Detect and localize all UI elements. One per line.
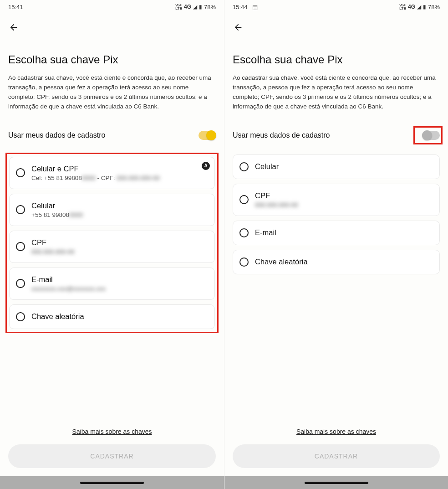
toggle-label: Usar meus dados de cadastro [233, 131, 330, 139]
radio-icon [16, 205, 25, 214]
option-subtitle: Cel: +55 81 998080000 - CPF: 000.000.000… [31, 175, 208, 181]
option-subtitle: +55 81 998080000 [31, 211, 208, 218]
option-title: Celular [255, 162, 433, 171]
status-time: 15:41 [8, 4, 23, 10]
battery-icon: ▮ [423, 4, 426, 10]
battery-percent: 78% [428, 4, 440, 10]
nav-pill [305, 482, 368, 484]
option-title: CPF [31, 238, 208, 247]
option-list: Celular e CPF Cel: +55 81 998080000 - CP… [5, 153, 219, 333]
volte-icon: Vo‣LTE [175, 4, 182, 10]
option-cpf[interactable]: CPF 000.000.000-00 [233, 184, 440, 216]
signal-icon: ◢ [193, 4, 197, 10]
radio-icon [239, 162, 249, 171]
option-title: CPF [255, 191, 433, 200]
option-cpf[interactable]: CPF 000.000.000-00 [9, 231, 215, 263]
nav-pill [80, 482, 144, 484]
radio-icon [16, 242, 25, 251]
volte-icon: Vo‣LTE [399, 4, 406, 10]
badge-a: A [202, 162, 210, 170]
arrow-left-icon [9, 22, 19, 32]
option-subtitle: 000.000.000-00 [255, 201, 433, 208]
signal-icon: ◢ [417, 4, 421, 10]
option-title: Chave aleatória [31, 312, 208, 321]
radio-icon [16, 279, 25, 288]
page-title: Escolha sua chave Pix [233, 53, 440, 66]
radio-icon [16, 312, 25, 321]
register-button[interactable]: CADASTRAR [233, 444, 440, 468]
status-bar: 15:41 Vo‣LTE 4G ◢ ▮ 78% [0, 0, 224, 14]
battery-percent: 78% [204, 4, 216, 10]
option-list: Celular CPF 000.000.000-00 E-mail [233, 154, 440, 274]
android-nav-bar [224, 476, 448, 489]
option-celular[interactable]: Celular +55 81 998080000 [9, 194, 215, 226]
page-description: Ao cadastrar sua chave, você está ciente… [8, 73, 216, 112]
option-celular-cpf[interactable]: Celular e CPF Cel: +55 81 998080000 - CP… [9, 157, 215, 189]
arrow-left-icon [233, 22, 243, 32]
use-my-data-toggle[interactable] [199, 131, 216, 140]
option-subtitle: xxxxxxxx.xxx@xxxxxxx.xxx [31, 285, 208, 292]
option-title: E-mail [255, 228, 433, 237]
network-label: 4G [408, 4, 415, 10]
back-button[interactable] [8, 22, 19, 33]
option-title: Celular e CPF [31, 165, 208, 173]
notification-message-icon: ▤ [252, 4, 258, 10]
learn-more-link[interactable]: Saiba mais sobre as chaves [72, 428, 152, 435]
option-subtitle: 000.000.000-00 [31, 248, 208, 255]
toggle-label: Usar meus dados de cadastro [8, 131, 105, 139]
learn-more-link[interactable]: Saiba mais sobre as chaves [296, 428, 376, 435]
option-celular[interactable]: Celular [233, 154, 440, 179]
option-chave-aleatoria[interactable]: Chave aleatória [233, 250, 440, 274]
network-label: 4G [184, 4, 191, 10]
radio-icon [239, 195, 249, 204]
option-email[interactable]: E-mail [233, 221, 440, 245]
radio-icon [239, 257, 249, 267]
option-title: Chave aleatória [255, 257, 433, 266]
option-title: E-mail [31, 275, 208, 284]
register-button[interactable]: CADASTRAR [8, 444, 216, 468]
option-email[interactable]: E-mail xxxxxxxx.xxx@xxxxxxx.xxx [9, 268, 215, 300]
use-my-data-toggle[interactable] [423, 131, 440, 140]
option-title: Celular [31, 201, 208, 210]
battery-icon: ▮ [199, 4, 202, 10]
status-bar: 15:44 ▤ Vo‣LTE 4G ◢ ▮ 78% [224, 0, 448, 14]
status-time: 15:44 [233, 4, 248, 10]
radio-icon [239, 228, 249, 237]
back-button[interactable] [233, 22, 244, 33]
option-chave-aleatoria[interactable]: Chave aleatória [9, 304, 215, 329]
page-description: Ao cadastrar sua chave, você está ciente… [233, 73, 440, 112]
radio-icon [16, 168, 25, 177]
android-nav-bar [0, 476, 224, 489]
page-title: Escolha sua chave Pix [8, 53, 216, 66]
